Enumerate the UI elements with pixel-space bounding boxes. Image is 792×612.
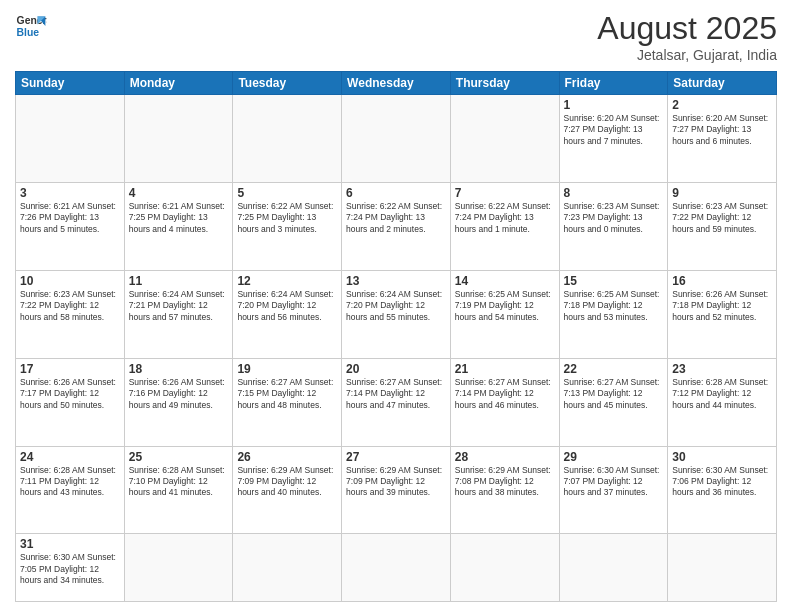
day-info: Sunrise: 6:30 AM Sunset: 7:06 PM Dayligh… — [672, 465, 772, 499]
day-info: Sunrise: 6:26 AM Sunset: 7:18 PM Dayligh… — [672, 289, 772, 323]
day-info: Sunrise: 6:24 AM Sunset: 7:20 PM Dayligh… — [237, 289, 337, 323]
day-info: Sunrise: 6:28 AM Sunset: 7:12 PM Dayligh… — [672, 377, 772, 411]
day-info: Sunrise: 6:22 AM Sunset: 7:25 PM Dayligh… — [237, 201, 337, 235]
day-info: Sunrise: 6:30 AM Sunset: 7:07 PM Dayligh… — [564, 465, 664, 499]
day-info: Sunrise: 6:30 AM Sunset: 7:05 PM Dayligh… — [20, 552, 120, 586]
calendar-table: SundayMondayTuesdayWednesdayThursdayFrid… — [15, 71, 777, 602]
calendar-cell: 23Sunrise: 6:28 AM Sunset: 7:12 PM Dayli… — [668, 358, 777, 446]
generalblue-logo-icon: General Blue — [15, 10, 47, 42]
day-number: 20 — [346, 362, 446, 376]
day-number: 22 — [564, 362, 664, 376]
calendar-cell: 30Sunrise: 6:30 AM Sunset: 7:06 PM Dayli… — [668, 446, 777, 534]
day-info: Sunrise: 6:24 AM Sunset: 7:21 PM Dayligh… — [129, 289, 229, 323]
calendar-cell: 15Sunrise: 6:25 AM Sunset: 7:18 PM Dayli… — [559, 270, 668, 358]
calendar-cell: 7Sunrise: 6:22 AM Sunset: 7:24 PM Daylig… — [450, 182, 559, 270]
day-info: Sunrise: 6:27 AM Sunset: 7:14 PM Dayligh… — [346, 377, 446, 411]
day-info: Sunrise: 6:23 AM Sunset: 7:22 PM Dayligh… — [672, 201, 772, 235]
calendar-cell: 10Sunrise: 6:23 AM Sunset: 7:22 PM Dayli… — [16, 270, 125, 358]
day-number: 29 — [564, 450, 664, 464]
day-number: 3 — [20, 186, 120, 200]
day-number: 26 — [237, 450, 337, 464]
day-number: 16 — [672, 274, 772, 288]
calendar-cell — [450, 534, 559, 602]
calendar-cell: 24Sunrise: 6:28 AM Sunset: 7:11 PM Dayli… — [16, 446, 125, 534]
day-info: Sunrise: 6:25 AM Sunset: 7:19 PM Dayligh… — [455, 289, 555, 323]
day-info: Sunrise: 6:27 AM Sunset: 7:13 PM Dayligh… — [564, 377, 664, 411]
calendar-cell — [233, 95, 342, 183]
week-row-1: 3Sunrise: 6:21 AM Sunset: 7:26 PM Daylig… — [16, 182, 777, 270]
week-row-4: 24Sunrise: 6:28 AM Sunset: 7:11 PM Dayli… — [16, 446, 777, 534]
day-info: Sunrise: 6:23 AM Sunset: 7:22 PM Dayligh… — [20, 289, 120, 323]
day-number: 25 — [129, 450, 229, 464]
calendar-cell: 17Sunrise: 6:26 AM Sunset: 7:17 PM Dayli… — [16, 358, 125, 446]
day-of-week-wednesday: Wednesday — [342, 72, 451, 95]
calendar-cell: 20Sunrise: 6:27 AM Sunset: 7:14 PM Dayli… — [342, 358, 451, 446]
day-info: Sunrise: 6:20 AM Sunset: 7:27 PM Dayligh… — [672, 113, 772, 147]
day-of-week-sunday: Sunday — [16, 72, 125, 95]
week-row-5: 31Sunrise: 6:30 AM Sunset: 7:05 PM Dayli… — [16, 534, 777, 602]
day-number: 30 — [672, 450, 772, 464]
calendar-cell: 9Sunrise: 6:23 AM Sunset: 7:22 PM Daylig… — [668, 182, 777, 270]
day-number: 15 — [564, 274, 664, 288]
day-number: 4 — [129, 186, 229, 200]
calendar-cell: 5Sunrise: 6:22 AM Sunset: 7:25 PM Daylig… — [233, 182, 342, 270]
calendar-cell — [559, 534, 668, 602]
day-number: 19 — [237, 362, 337, 376]
day-number: 31 — [20, 537, 120, 551]
day-number: 14 — [455, 274, 555, 288]
week-row-3: 17Sunrise: 6:26 AM Sunset: 7:17 PM Dayli… — [16, 358, 777, 446]
day-number: 6 — [346, 186, 446, 200]
calendar-cell: 29Sunrise: 6:30 AM Sunset: 7:07 PM Dayli… — [559, 446, 668, 534]
day-number: 1 — [564, 98, 664, 112]
calendar-cell: 1Sunrise: 6:20 AM Sunset: 7:27 PM Daylig… — [559, 95, 668, 183]
day-of-week-friday: Friday — [559, 72, 668, 95]
day-info: Sunrise: 6:29 AM Sunset: 7:09 PM Dayligh… — [237, 465, 337, 499]
day-number: 17 — [20, 362, 120, 376]
calendar-cell — [342, 534, 451, 602]
calendar-cell: 28Sunrise: 6:29 AM Sunset: 7:08 PM Dayli… — [450, 446, 559, 534]
day-number: 10 — [20, 274, 120, 288]
calendar-cell: 18Sunrise: 6:26 AM Sunset: 7:16 PM Dayli… — [124, 358, 233, 446]
day-info: Sunrise: 6:26 AM Sunset: 7:17 PM Dayligh… — [20, 377, 120, 411]
calendar-cell — [233, 534, 342, 602]
calendar-cell: 3Sunrise: 6:21 AM Sunset: 7:26 PM Daylig… — [16, 182, 125, 270]
day-number: 27 — [346, 450, 446, 464]
page: General Blue August 2025 Jetalsar, Gujar… — [0, 0, 792, 612]
day-number: 12 — [237, 274, 337, 288]
calendar-cell — [668, 534, 777, 602]
day-number: 18 — [129, 362, 229, 376]
week-row-0: 1Sunrise: 6:20 AM Sunset: 7:27 PM Daylig… — [16, 95, 777, 183]
day-info: Sunrise: 6:29 AM Sunset: 7:09 PM Dayligh… — [346, 465, 446, 499]
day-info: Sunrise: 6:22 AM Sunset: 7:24 PM Dayligh… — [455, 201, 555, 235]
logo: General Blue — [15, 10, 47, 42]
calendar-cell: 27Sunrise: 6:29 AM Sunset: 7:09 PM Dayli… — [342, 446, 451, 534]
day-info: Sunrise: 6:27 AM Sunset: 7:15 PM Dayligh… — [237, 377, 337, 411]
calendar-cell — [450, 95, 559, 183]
day-info: Sunrise: 6:25 AM Sunset: 7:18 PM Dayligh… — [564, 289, 664, 323]
calendar-cell: 26Sunrise: 6:29 AM Sunset: 7:09 PM Dayli… — [233, 446, 342, 534]
calendar-cell: 12Sunrise: 6:24 AM Sunset: 7:20 PM Dayli… — [233, 270, 342, 358]
day-number: 7 — [455, 186, 555, 200]
calendar-cell: 16Sunrise: 6:26 AM Sunset: 7:18 PM Dayli… — [668, 270, 777, 358]
calendar-cell: 2Sunrise: 6:20 AM Sunset: 7:27 PM Daylig… — [668, 95, 777, 183]
calendar-cell — [16, 95, 125, 183]
day-number: 28 — [455, 450, 555, 464]
day-number: 5 — [237, 186, 337, 200]
calendar-cell — [124, 95, 233, 183]
day-of-week-monday: Monday — [124, 72, 233, 95]
day-number: 2 — [672, 98, 772, 112]
day-info: Sunrise: 6:27 AM Sunset: 7:14 PM Dayligh… — [455, 377, 555, 411]
day-info: Sunrise: 6:21 AM Sunset: 7:26 PM Dayligh… — [20, 201, 120, 235]
day-of-week-thursday: Thursday — [450, 72, 559, 95]
header: General Blue August 2025 Jetalsar, Gujar… — [15, 10, 777, 63]
day-info: Sunrise: 6:21 AM Sunset: 7:25 PM Dayligh… — [129, 201, 229, 235]
day-of-week-saturday: Saturday — [668, 72, 777, 95]
day-info: Sunrise: 6:26 AM Sunset: 7:16 PM Dayligh… — [129, 377, 229, 411]
calendar-cell: 6Sunrise: 6:22 AM Sunset: 7:24 PM Daylig… — [342, 182, 451, 270]
title-section: August 2025 Jetalsar, Gujarat, India — [597, 10, 777, 63]
calendar-cell: 4Sunrise: 6:21 AM Sunset: 7:25 PM Daylig… — [124, 182, 233, 270]
svg-text:Blue: Blue — [17, 27, 40, 38]
day-info: Sunrise: 6:20 AM Sunset: 7:27 PM Dayligh… — [564, 113, 664, 147]
day-info: Sunrise: 6:22 AM Sunset: 7:24 PM Dayligh… — [346, 201, 446, 235]
month-year-title: August 2025 — [597, 10, 777, 47]
